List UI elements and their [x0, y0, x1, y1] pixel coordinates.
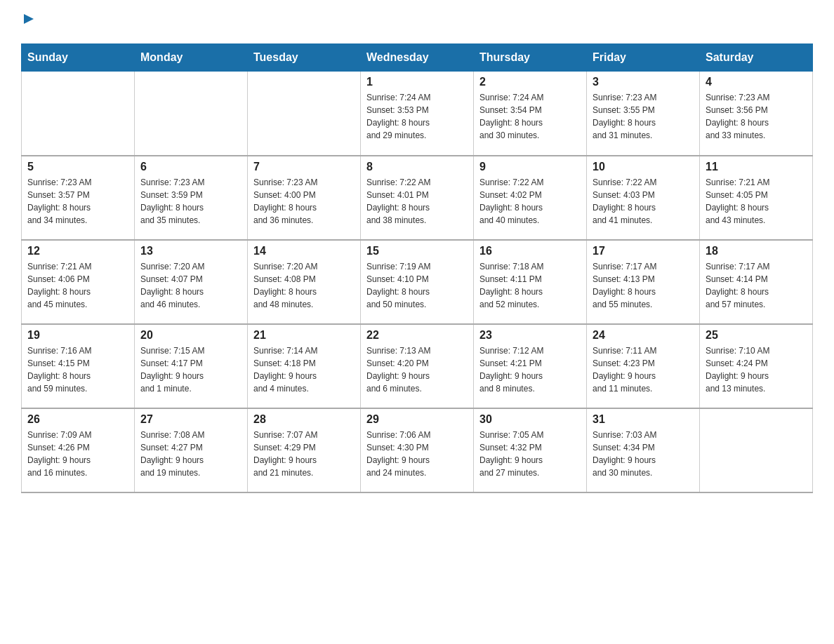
- day-info: Sunrise: 7:20 AM Sunset: 4:08 PM Dayligh…: [253, 260, 355, 311]
- day-info: Sunrise: 7:03 AM Sunset: 4:34 PM Dayligh…: [593, 429, 694, 479]
- calendar-cell: 19Sunrise: 7:16 AM Sunset: 4:15 PM Dayli…: [22, 324, 135, 408]
- day-number: 23: [479, 329, 581, 342]
- day-number: 21: [253, 329, 355, 342]
- calendar-cell: 23Sunrise: 7:12 AM Sunset: 4:21 PM Dayli…: [474, 324, 587, 408]
- calendar-cell: 1Sunrise: 7:24 AM Sunset: 3:53 PM Daylig…: [361, 72, 474, 156]
- day-info: Sunrise: 7:05 AM Sunset: 4:32 PM Dayligh…: [479, 429, 581, 479]
- day-number: 15: [366, 245, 468, 257]
- day-info: Sunrise: 7:12 AM Sunset: 4:21 PM Dayligh…: [479, 344, 581, 395]
- day-of-week-header: Tuesday: [248, 44, 361, 72]
- calendar-cell: 9Sunrise: 7:22 AM Sunset: 4:02 PM Daylig…: [474, 156, 587, 240]
- day-number: 2: [479, 76, 581, 88]
- day-number: 31: [593, 413, 694, 426]
- day-info: Sunrise: 7:06 AM Sunset: 4:30 PM Dayligh…: [366, 429, 468, 479]
- calendar-cell: 4Sunrise: 7:23 AM Sunset: 3:56 PM Daylig…: [700, 72, 813, 156]
- calendar-cell: 10Sunrise: 7:22 AM Sunset: 4:03 PM Dayli…: [587, 156, 700, 240]
- day-info: Sunrise: 7:21 AM Sunset: 4:06 PM Dayligh…: [27, 260, 128, 311]
- calendar-cell: [700, 408, 813, 492]
- day-info: Sunrise: 7:16 AM Sunset: 4:15 PM Dayligh…: [27, 344, 128, 395]
- day-info: Sunrise: 7:24 AM Sunset: 3:54 PM Dayligh…: [479, 91, 581, 142]
- day-info: Sunrise: 7:17 AM Sunset: 4:13 PM Dayligh…: [593, 260, 694, 311]
- day-of-week-header: Sunday: [22, 44, 135, 72]
- calendar-week-row: 1Sunrise: 7:24 AM Sunset: 3:53 PM Daylig…: [22, 72, 813, 156]
- day-number: 29: [366, 413, 468, 426]
- day-number: 1: [366, 76, 468, 88]
- calendar-cell: 7Sunrise: 7:23 AM Sunset: 4:00 PM Daylig…: [248, 156, 361, 240]
- day-of-week-header: Monday: [135, 44, 248, 72]
- day-number: 16: [479, 245, 581, 257]
- day-number: 13: [140, 245, 241, 257]
- calendar-header-row: SundayMondayTuesdayWednesdayThursdayFrid…: [22, 44, 813, 72]
- day-info: Sunrise: 7:23 AM Sunset: 4:00 PM Dayligh…: [253, 176, 355, 227]
- calendar-table: SundayMondayTuesdayWednesdayThursdayFrid…: [21, 43, 813, 493]
- day-number: 26: [27, 413, 128, 426]
- calendar-cell: [22, 72, 135, 156]
- day-info: Sunrise: 7:20 AM Sunset: 4:07 PM Dayligh…: [140, 260, 241, 311]
- day-number: 8: [366, 161, 468, 173]
- calendar-cell: 16Sunrise: 7:18 AM Sunset: 4:11 PM Dayli…: [474, 240, 587, 324]
- calendar-cell: [135, 72, 248, 156]
- day-of-week-header: Friday: [587, 44, 700, 72]
- calendar-cell: 28Sunrise: 7:07 AM Sunset: 4:29 PM Dayli…: [248, 408, 361, 492]
- calendar-cell: 6Sunrise: 7:23 AM Sunset: 3:59 PM Daylig…: [135, 156, 248, 240]
- calendar-cell: 14Sunrise: 7:20 AM Sunset: 4:08 PM Dayli…: [248, 240, 361, 324]
- day-number: 5: [27, 161, 128, 173]
- calendar-cell: 8Sunrise: 7:22 AM Sunset: 4:01 PM Daylig…: [361, 156, 474, 240]
- calendar-cell: 5Sunrise: 7:23 AM Sunset: 3:57 PM Daylig…: [22, 156, 135, 240]
- calendar-cell: 18Sunrise: 7:17 AM Sunset: 4:14 PM Dayli…: [700, 240, 813, 324]
- calendar-cell: [248, 72, 361, 156]
- calendar-cell: 27Sunrise: 7:08 AM Sunset: 4:27 PM Dayli…: [135, 408, 248, 492]
- calendar-cell: 29Sunrise: 7:06 AM Sunset: 4:30 PM Dayli…: [361, 408, 474, 492]
- calendar-cell: 22Sunrise: 7:13 AM Sunset: 4:20 PM Dayli…: [361, 324, 474, 408]
- page-header: [21, 14, 813, 29]
- day-info: Sunrise: 7:19 AM Sunset: 4:10 PM Dayligh…: [366, 260, 468, 311]
- day-info: Sunrise: 7:23 AM Sunset: 3:55 PM Dayligh…: [593, 91, 694, 142]
- calendar-cell: 13Sunrise: 7:20 AM Sunset: 4:07 PM Dayli…: [135, 240, 248, 324]
- day-info: Sunrise: 7:14 AM Sunset: 4:18 PM Dayligh…: [253, 344, 355, 395]
- day-number: 3: [593, 76, 694, 88]
- svg-marker-0: [24, 14, 34, 24]
- day-number: 28: [253, 413, 355, 426]
- calendar-cell: 30Sunrise: 7:05 AM Sunset: 4:32 PM Dayli…: [474, 408, 587, 492]
- day-info: Sunrise: 7:09 AM Sunset: 4:26 PM Dayligh…: [27, 429, 128, 479]
- calendar-cell: 24Sunrise: 7:11 AM Sunset: 4:23 PM Dayli…: [587, 324, 700, 408]
- day-number: 25: [706, 329, 807, 342]
- calendar-cell: 31Sunrise: 7:03 AM Sunset: 4:34 PM Dayli…: [587, 408, 700, 492]
- day-info: Sunrise: 7:15 AM Sunset: 4:17 PM Dayligh…: [140, 344, 241, 395]
- calendar-week-row: 12Sunrise: 7:21 AM Sunset: 4:06 PM Dayli…: [22, 240, 813, 324]
- day-info: Sunrise: 7:18 AM Sunset: 4:11 PM Dayligh…: [479, 260, 581, 311]
- day-info: Sunrise: 7:23 AM Sunset: 3:56 PM Dayligh…: [706, 91, 807, 142]
- day-info: Sunrise: 7:22 AM Sunset: 4:01 PM Dayligh…: [366, 176, 468, 227]
- day-number: 30: [479, 413, 581, 426]
- calendar-cell: 25Sunrise: 7:10 AM Sunset: 4:24 PM Dayli…: [700, 324, 813, 408]
- day-info: Sunrise: 7:23 AM Sunset: 3:59 PM Dayligh…: [140, 176, 241, 227]
- calendar-cell: 21Sunrise: 7:14 AM Sunset: 4:18 PM Dayli…: [248, 324, 361, 408]
- day-number: 19: [27, 329, 128, 342]
- day-of-week-header: Saturday: [700, 44, 813, 72]
- calendar-cell: 17Sunrise: 7:17 AM Sunset: 4:13 PM Dayli…: [587, 240, 700, 324]
- calendar-cell: 15Sunrise: 7:19 AM Sunset: 4:10 PM Dayli…: [361, 240, 474, 324]
- logo: [21, 14, 35, 29]
- day-number: 7: [253, 161, 355, 173]
- day-number: 11: [706, 161, 807, 173]
- calendar-week-row: 5Sunrise: 7:23 AM Sunset: 3:57 PM Daylig…: [22, 156, 813, 240]
- calendar-cell: 11Sunrise: 7:21 AM Sunset: 4:05 PM Dayli…: [700, 156, 813, 240]
- day-number: 14: [253, 245, 355, 257]
- calendar-cell: 26Sunrise: 7:09 AM Sunset: 4:26 PM Dayli…: [22, 408, 135, 492]
- day-info: Sunrise: 7:24 AM Sunset: 3:53 PM Dayligh…: [366, 91, 468, 142]
- day-number: 9: [479, 161, 581, 173]
- calendar-cell: 3Sunrise: 7:23 AM Sunset: 3:55 PM Daylig…: [587, 72, 700, 156]
- day-number: 20: [140, 329, 241, 342]
- calendar-cell: 12Sunrise: 7:21 AM Sunset: 4:06 PM Dayli…: [22, 240, 135, 324]
- day-info: Sunrise: 7:22 AM Sunset: 4:03 PM Dayligh…: [593, 176, 694, 227]
- day-info: Sunrise: 7:23 AM Sunset: 3:57 PM Dayligh…: [27, 176, 128, 227]
- day-info: Sunrise: 7:08 AM Sunset: 4:27 PM Dayligh…: [140, 429, 241, 479]
- day-info: Sunrise: 7:17 AM Sunset: 4:14 PM Dayligh…: [706, 260, 807, 311]
- day-number: 12: [27, 245, 128, 257]
- day-number: 22: [366, 329, 468, 342]
- calendar-cell: 2Sunrise: 7:24 AM Sunset: 3:54 PM Daylig…: [474, 72, 587, 156]
- day-number: 24: [593, 329, 694, 342]
- day-number: 10: [593, 161, 694, 173]
- logo-triangle-icon: [22, 13, 35, 28]
- day-of-week-header: Wednesday: [361, 44, 474, 72]
